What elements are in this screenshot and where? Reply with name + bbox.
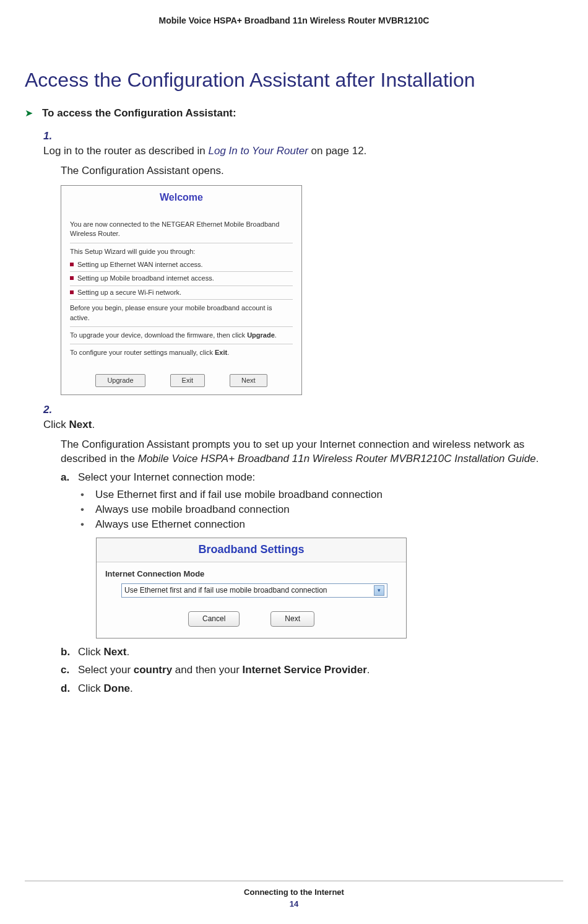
bullet-icon: • [80,487,95,502]
broadband-title: Broadband Settings [97,538,406,562]
connection-mode-select[interactable]: Use Ethernet first and if fail use mobil… [121,583,387,598]
option-1: •Use Ethernet first and if fail use mobi… [80,487,563,502]
page-footer: Connecting to the Internet 14 [0,881,588,909]
running-header: Mobile Voice HSPA+ Broadband 11n Wireles… [25,15,563,25]
welcome-dialog-screenshot: Welcome You are now connected to the NET… [61,185,302,395]
welcome-exit-line: To configure your router settings manual… [70,348,293,357]
footer-chapter: Connecting to the Internet [0,887,588,897]
substep-letter: c. [61,663,78,678]
welcome-bullet-1: Setting up Ethernet WAN internet access. [70,260,293,269]
substep-c: c.Select your country and then your Inte… [61,663,563,678]
welcome-before: Before you begin, please ensure your mob… [70,303,293,323]
step-1-text-suffix: on page 12. [308,145,367,157]
upgrade-button[interactable]: Upgrade [95,374,145,387]
welcome-guide-intro: This Setup Wizard will guide you through… [70,247,293,256]
option-3: •Always use Ethernet connection [80,517,563,532]
procedure-intro-text: To access the Configuration Assistant: [42,107,236,119]
bullet-icon: • [80,517,95,532]
next-button[interactable]: Next [270,611,314,627]
square-bullet-icon [70,263,74,266]
arrow-icon: ➤ [25,107,42,119]
section-heading: Access the Configuration Assistant after… [25,69,563,92]
welcome-upgrade-line: To upgrade your device, download the fir… [70,331,293,340]
welcome-bullet-3: Setting up a secure Wi-Fi network. [70,288,293,297]
substep-d: d.Click Done. [61,681,563,696]
next-button[interactable]: Next [230,374,267,387]
substep-a-text: Select your Internet connection mode: [78,471,255,483]
step-2-prefix: Click [43,419,69,430]
step-number: 2. [43,403,61,417]
step-number: 1. [43,129,61,144]
page-number: 14 [0,899,588,909]
connection-mode-label: Internet Connection Mode [97,562,406,583]
step-2-bold: Next [69,419,92,430]
cross-ref-link[interactable]: Log In to Your Router [209,145,308,157]
welcome-line1: You are now connected to the NETGEAR Eth… [70,220,293,239]
welcome-title: Welcome [61,186,301,216]
exit-button[interactable]: Exit [170,374,205,387]
step-1-follow: The Configuration Assistant opens. [61,163,563,178]
step-2-follow: The Configuration Assistant prompts you … [61,437,563,467]
welcome-bullet-2: Setting up Mobile broadband internet acc… [70,274,293,283]
connection-mode-selected: Use Ethernet first and if fail use mobil… [124,585,327,596]
procedure-intro: ➤To access the Configuration Assistant: [25,107,563,120]
step-1-text-prefix: Log in to the router as described in [43,145,209,157]
substep-a: a.Select your Internet connection mode: [61,470,563,485]
step-1: 1.Log in to the router as described in L… [43,129,563,395]
option-2: •Always use mobile broadband connection [80,502,563,517]
bullet-icon: • [80,502,95,517]
square-bullet-icon [70,276,74,280]
square-bullet-icon [70,290,74,294]
cancel-button[interactable]: Cancel [188,611,240,627]
substep-letter: a. [61,470,78,485]
broadband-settings-screenshot: Broadband Settings Internet Connection M… [96,538,407,638]
chevron-down-icon: ▾ [374,585,384,596]
step-2: 2.Click Next. The Configuration Assistan… [43,403,563,696]
substep-letter: b. [61,645,78,660]
step-2-suffix: . [92,419,95,430]
substep-letter: d. [61,681,78,696]
substep-b: b.Click Next. [61,645,563,660]
